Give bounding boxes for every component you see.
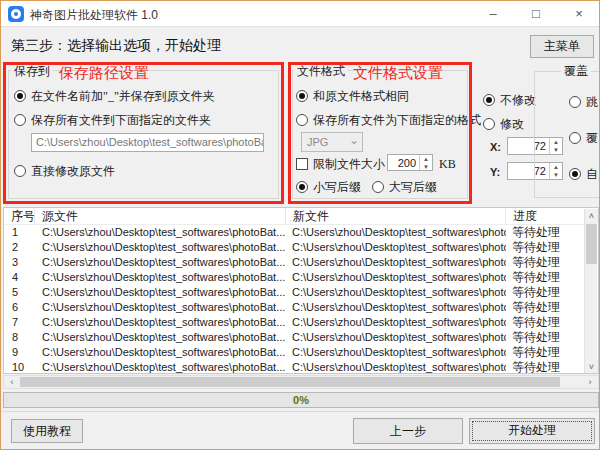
cell-index: 6 [4,300,35,315]
cell-source: C:\Users\zhou\Desktop\test_softwares\pho… [35,270,286,285]
vertical-scrollbar[interactable]: ˄ ˅ [584,209,597,374]
cell-target: C:\Users\zhou\Desktop\test_softwares\pho… [286,285,506,300]
radio-icon [483,118,495,130]
table-row[interactable]: 9 C:\Users\zhou\Desktop\test_softwares\p… [4,345,598,360]
radio-icon [372,181,384,193]
cell-status: 等待处理 [506,255,586,270]
cell-source: C:\Users\zhou\Desktop\test_softwares\pho… [35,345,286,360]
cell-target: C:\Users\zhou\Desktop\test_softwares\pho… [286,300,506,315]
cell-status: 等待处理 [506,270,586,285]
table-row[interactable]: 1 C:\Users\zhou\Desktop\test_softwares\p… [4,225,598,240]
table-row[interactable]: 2 C:\Users\zhou\Desktop\test_softwares\p… [4,240,598,255]
table-row[interactable]: 10 C:\Users\zhou\Desktop\test_softwares\… [4,360,598,374]
checkbox-label: 限制文件大小 [313,157,385,171]
cell-target: C:\Users\zhou\Desktop\test_softwares\pho… [286,330,506,345]
cell-target: C:\Users\zhou\Desktop\test_softwares\pho… [286,225,506,240]
dpi-x-label: X: [490,140,501,154]
cell-target: C:\Users\zhou\Desktop\test_softwares\pho… [286,240,506,255]
cell-source: C:\Users\zhou\Desktop\test_softwares\pho… [35,240,286,255]
table-row[interactable]: 4 C:\Users\zhou\Desktop\test_softwares\p… [4,270,598,285]
radio-label: 自 [586,167,598,181]
column-header-target[interactable]: 新文件 [286,208,506,225]
format-dropdown[interactable]: JPG ⌄ [301,132,363,152]
back-button[interactable]: 上一步 [353,418,463,444]
column-header-source[interactable]: 源文件 [35,208,286,225]
table-row[interactable]: 6 C:\Users\zhou\Desktop\test_softwares\p… [4,300,598,315]
table-body: 1 C:\Users\zhou\Desktop\test_softwares\p… [4,225,598,374]
scroll-up-icon[interactable]: ˄ [585,209,598,223]
vertical-scrollbar-thumb[interactable] [586,224,597,264]
save-annotation-text: 保存路径设置 [59,64,149,83]
cell-target: C:\Users\zhou\Desktop\test_softwares\pho… [286,345,506,360]
radio-label: 修改 [500,117,524,131]
table-row[interactable]: 3 C:\Users\zhou\Desktop\test_softwares\p… [4,255,598,270]
start-processing-button[interactable]: 开始处理 [469,418,595,444]
size-limit-spinner[interactable]: 200 ▲▼ [387,154,433,171]
radio-label: 在文件名前加"_"并保存到原文件夹 [31,89,215,103]
radio-lowercase-extension[interactable]: 小写后缀 [296,180,361,194]
format-annotation-text: 文件格式设置 [353,64,443,83]
radio-save-prefix-original-folder[interactable]: 在文件名前加"_"并保存到原文件夹 [14,89,215,103]
minimize-icon[interactable]: – [473,1,513,27]
radio-icon [296,90,308,102]
size-limit-value: 200 [398,155,416,171]
tutorial-button[interactable]: 使用教程 [11,419,83,443]
cell-index: 4 [4,270,35,285]
radio-label: 覆 [586,131,598,145]
radio-label: 和原文件格式相同 [313,89,409,103]
radio-dpi-no-modify[interactable]: 不修改 [483,93,536,107]
footer-divider [1,411,600,412]
radio-overwrite-replace[interactable]: 覆 [569,131,598,145]
table-row[interactable]: 5 C:\Users\zhou\Desktop\test_softwares\p… [4,285,598,300]
cell-status: 等待处理 [506,240,586,255]
cell-index: 7 [4,315,35,330]
radio-label: 保存所有文件到下面指定的文件夹 [31,113,211,127]
scroll-left-icon[interactable]: ‹ [5,376,19,388]
column-header-progress[interactable]: 进度 [506,208,586,225]
window-title: 神奇图片批处理软件 1.0 [30,7,158,24]
radio-dpi-modify[interactable]: 修改 [483,117,524,131]
radio-specified-format[interactable]: 保存所有文件为下面指定的格式 [296,113,481,127]
table-row[interactable]: 8 C:\Users\zhou\Desktop\test_softwares\p… [4,330,598,345]
maximize-icon[interactable]: □ [516,1,556,27]
radio-label: 跳 [586,95,598,109]
radio-icon [569,132,581,144]
cell-index: 10 [4,360,35,374]
cell-source: C:\Users\zhou\Desktop\test_softwares\pho… [35,255,286,270]
close-icon[interactable]: × [559,1,599,27]
size-unit-label: KB [439,157,456,171]
progress-bar: 0% [3,392,599,408]
radio-same-format[interactable]: 和原文件格式相同 [296,89,409,103]
radio-overwrite-skip[interactable]: 跳 [569,95,598,109]
folder-path-input[interactable]: C:\Users\zhou\Desktop\test_softwares\pho… [31,133,264,152]
radio-modify-original-file[interactable]: 直接修改原文件 [14,164,115,178]
radio-save-to-specified-folder[interactable]: 保存所有文件到下面指定的文件夹 [14,113,211,127]
radio-uppercase-extension[interactable]: 大写后缀 [372,180,437,194]
scroll-right-icon[interactable]: › [583,376,597,388]
table-row[interactable]: 7 C:\Users\zhou\Desktop\test_softwares\p… [4,315,598,330]
horizontal-scrollbar[interactable]: ‹ › [3,375,599,389]
main-menu-button[interactable]: 主菜单 [530,35,594,58]
file-format-group-label: 文件格式 [294,63,348,80]
radio-label: 小写后缀 [313,180,361,194]
scroll-down-icon[interactable]: ˅ [585,360,598,374]
cell-source: C:\Users\zhou\Desktop\test_softwares\pho… [35,225,286,240]
overwrite-group-label: 覆盖 [561,63,591,80]
checkbox-icon [296,158,308,170]
column-header-index[interactable]: 序号 [4,208,35,225]
cell-target: C:\Users\zhou\Desktop\test_softwares\pho… [286,255,506,270]
title-bar: 神奇图片批处理软件 1.0 – □ × [1,1,599,27]
cell-index: 2 [4,240,35,255]
spinner-arrows-icon[interactable]: ▲▼ [419,155,432,170]
horizontal-scrollbar-thumb[interactable] [20,377,560,387]
radio-icon [296,114,308,126]
dpi-y-label: Y: [490,165,500,179]
radio-overwrite-auto[interactable]: 自 [569,167,598,181]
radio-icon [14,90,26,102]
cell-status: 等待处理 [506,225,586,240]
radio-icon [569,96,581,108]
radio-icon [14,114,26,126]
radio-label: 保存所有文件为下面指定的格式 [313,113,481,127]
radio-label: 大写后缀 [389,180,437,194]
radio-label: 直接修改原文件 [31,164,115,178]
